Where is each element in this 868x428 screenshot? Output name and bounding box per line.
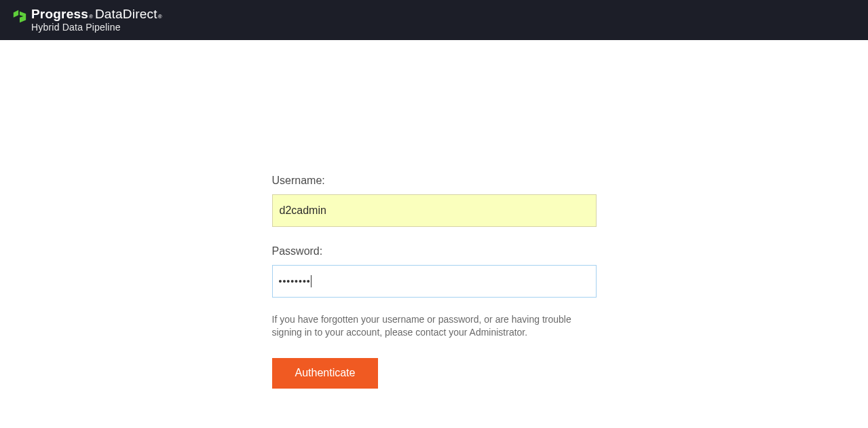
- registered-mark: ®: [89, 14, 93, 20]
- brand-secondary: DataDirect: [95, 7, 157, 22]
- login-form: Username: Password: •••••••• If you have…: [272, 175, 597, 389]
- password-input[interactable]: [272, 265, 597, 298]
- username-group: Username:: [272, 175, 597, 227]
- brand-text: Progress® DataDirect® Hybrid Data Pipeli…: [31, 7, 162, 33]
- app-header: Progress® DataDirect® Hybrid Data Pipeli…: [0, 0, 868, 40]
- password-label: Password:: [272, 245, 597, 257]
- progress-logo-icon: [12, 9, 27, 24]
- brand-primary: Progress: [31, 7, 88, 22]
- main-content: Username: Password: •••••••• If you have…: [0, 40, 868, 389]
- brand-subtitle: Hybrid Data Pipeline: [31, 22, 162, 33]
- password-group: Password: ••••••••: [272, 245, 597, 298]
- help-text: If you have forgotten your username or p…: [272, 313, 597, 339]
- brand-logo: Progress® DataDirect® Hybrid Data Pipeli…: [12, 7, 162, 33]
- username-input[interactable]: [272, 194, 597, 227]
- username-label: Username:: [272, 175, 597, 187]
- registered-mark-2: ®: [158, 14, 162, 20]
- authenticate-button[interactable]: Authenticate: [272, 358, 379, 389]
